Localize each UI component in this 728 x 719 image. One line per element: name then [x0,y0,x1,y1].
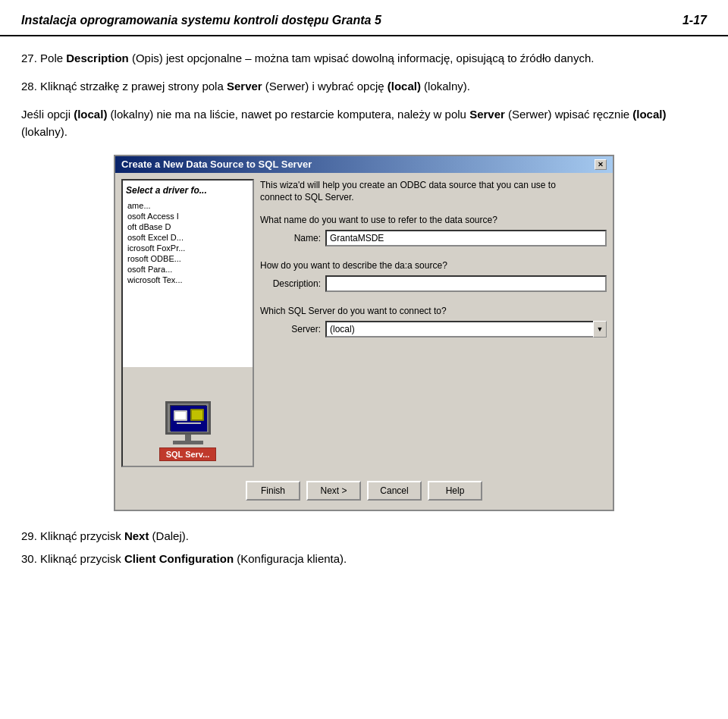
para29-bold1: Next [124,529,149,542]
sql-server-label: SQL Serv... [159,447,217,461]
paragraph-27: 27. Pole Description (Opis) jest opcjona… [21,50,707,68]
paragraph-29: 29. Kliknąć przycisk Next (Dalej). [21,528,707,545]
description-label: Description: [260,278,321,289]
driver-item-1[interactable]: osoft Access I [126,211,249,221]
note-block: Jeśli opcji (local) (lokalny) nie ma na … [21,105,707,141]
note-bold2: Server [469,108,505,121]
monitor-screen [170,405,206,431]
para29-text-before: Kliknąć przycisk [40,529,124,542]
name-section: What name do you want to use to refer to… [260,215,607,250]
paragraph-28: 28. Kliknąć strzałkę z prawej strony pol… [21,78,707,96]
form-panel: This wiza'd will help you create an ODBC… [260,179,607,467]
next-button[interactable]: Next > [306,481,361,501]
note-text-mid1: (lokalny) nie ma na liście, nawet po res… [107,108,469,121]
server-row: Server: (local) ▼ [260,321,607,338]
driver-panel: Select a driver fo... ame... osoft Acces… [121,179,254,467]
driver-item-2[interactable]: oft dBase D [126,221,249,232]
monitor-base [173,441,203,444]
para27-text-mid: (Opis) jest opcjonalne – można tam wpisa… [129,52,595,64]
dialog-wrapper: Create a New Data Source to SQL Server ✕… [21,155,707,511]
para28-bold2: (local) [388,80,421,93]
server-label: Server: [260,324,321,334]
driver-item-4[interactable]: icrosoft FoxPr... [126,243,249,253]
server-question: Which SQL Server do you want to connect … [260,306,607,316]
driver-panel-header: Select a driver fo... [126,185,249,196]
intro-line1: This wiza'd will help you create an ODBC… [260,180,556,190]
para30-text-end: (Konfiguracja klienta). [234,552,347,565]
note-text-mid2: (Serwer) wpisać ręcznie [505,108,632,121]
driver-item-6[interactable]: osoft Para... [126,264,249,275]
driver-list: Select a driver fo... ame... osoft Acces… [123,181,253,290]
dialog-buttons: Finish Next > Cancel Help [115,473,613,510]
sql-server-image: SQL Serv... [123,367,253,466]
para27-number: 27. [21,52,37,64]
monitor [165,401,211,435]
note-bold1: (local) [74,108,107,121]
intro-line2: connect to SQL Server. [260,192,354,203]
dialog-titlebar: Create a New Data Source to SQL Server ✕ [115,156,613,173]
finish-button[interactable]: Finish [246,481,300,501]
note-text-end: (lokalny). [21,125,67,138]
help-button[interactable]: Help [428,481,482,501]
para27-bold1: Description [66,52,129,64]
description-input[interactable] [325,275,607,292]
svg-rect-4 [192,410,202,419]
driver-item-3[interactable]: osoft Excel D... [126,232,249,243]
dialog-title: Create a New Data Source to SQL Server [121,159,312,170]
para28-bold1: Server [227,80,262,93]
odbc-dialog: Create a New Data Source to SQL Server ✕… [114,155,614,511]
driver-item-7[interactable]: wicrosoft Tex... [126,275,249,285]
para28-text-mid: (Serwer) i wybrać opcję [262,80,388,93]
para28-text-before: Kliknąć strzałkę z prawej strony pola [40,80,227,93]
monitor-stand [185,435,191,441]
driver-item-5[interactable]: rosoft ODBE... [126,253,249,264]
server-section: Which SQL Server do you want to connect … [260,306,607,341]
main-content: 27. Pole Description (Opis) jest opcjona… [0,50,728,595]
para28-number: 28. [21,80,37,93]
para27-text-before: Pole [40,52,66,64]
para30-bold1: Client Configuration [124,552,234,565]
server-select[interactable]: (local) [325,321,607,338]
svg-rect-2 [175,412,186,419]
para28-text-end: (lokalny). [421,80,470,93]
description-row: Description: [260,275,607,292]
header-page: 1-17 [682,14,707,27]
para30-number: 30. [21,552,37,565]
svg-rect-5 [177,422,201,424]
cancel-button[interactable]: Cancel [367,481,422,501]
page-header: Instalacja oprogramowania systemu kontro… [0,0,728,36]
description-question: How do you want to describe the da:a sou… [260,260,607,271]
screen-graphic [171,406,207,432]
dialog-body: Select a driver fo... ame... osoft Acces… [115,173,613,473]
name-row: Name: [260,230,607,246]
description-section: How do you want to describe the da:a sou… [260,260,607,295]
header-title: Instalacja oprogramowania systemu kontro… [21,14,381,27]
close-button[interactable]: ✕ [595,159,607,170]
name-label: Name: [260,233,321,243]
computer-icon [165,401,211,444]
titlebar-buttons: ✕ [595,159,607,170]
para30-text-before: Kliknąć przycisk [40,552,124,565]
para29-number: 29. [21,529,37,542]
para29-text-end: (Dalej). [149,529,189,542]
server-select-wrapper: (local) ▼ [325,321,607,338]
note-text-before: Jeśli opcji [21,108,74,121]
bottom-paragraphs: 29. Kliknąć przycisk Next (Dalej). 30. K… [21,528,707,568]
name-input[interactable] [325,230,607,246]
paragraph-30: 30. Kliknąć przycisk Client Configuratio… [21,551,707,568]
form-intro: This wiza'd will help you create an ODBC… [260,179,607,205]
driver-item-0[interactable]: ame... [126,200,249,211]
note-bold3: (local) [632,108,666,121]
name-question: What name do you want to use to refer to… [260,215,607,225]
